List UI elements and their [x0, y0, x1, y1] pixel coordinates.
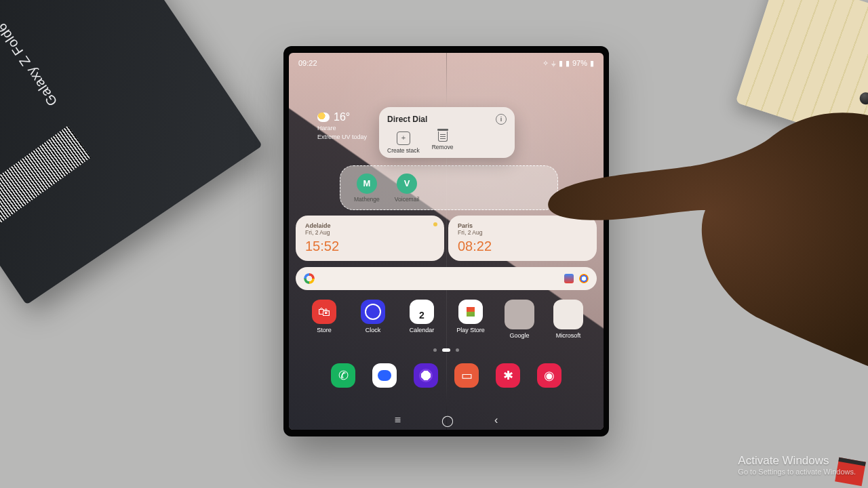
weather-detail: Extreme UV today [317, 134, 367, 141]
app-camera[interactable]: ◉ [530, 363, 568, 390]
app-row: 🛍 Store Clock 2 Calendar Play Store [289, 300, 604, 339]
world-clock-row: Adelaide Fri, 2 Aug 15:52 Paris Fri, 2 A… [296, 216, 597, 261]
app-calendar[interactable]: 2 Calendar [403, 300, 441, 339]
voice-search-icon[interactable] [564, 274, 574, 283]
create-stack-label: Create stack [387, 147, 420, 154]
navigation-bar [289, 414, 604, 427]
device-bezel: 09:22 ✧ ⏚ ▮ ▮ 97% ▮ 16° Harare Extreme U… [289, 53, 604, 430]
contact-name: Mathenge [354, 196, 380, 203]
world-clock-widget[interactable]: Paris Fri, 2 Aug 08:22 [448, 216, 597, 261]
browser-icon [414, 363, 438, 388]
clock-time: 08:22 [458, 239, 587, 254]
calendar-day: 2 [419, 306, 425, 324]
status-icons: ✧ ⏚ ▮ ▮ 97% ▮ [542, 59, 594, 68]
contact-shortcut[interactable]: V Voicemail [395, 174, 419, 203]
camera-icon: ◉ [537, 363, 561, 388]
google-logo-icon [304, 273, 315, 284]
clock-city: Paris [458, 222, 587, 229]
barcode-sticker [0, 125, 91, 229]
signal-icon: ▮ [559, 59, 563, 68]
trash-icon [438, 131, 448, 142]
weather-widget[interactable]: 16° Harare Extreme UV today [317, 111, 367, 141]
watermark-title: Activate Windows [738, 454, 856, 468]
remove-button[interactable]: Remove [432, 131, 454, 154]
status-time: 09:22 [298, 59, 317, 67]
calendar-icon: 2 [410, 300, 434, 324]
contact-shortcut[interactable]: M Mathenge [354, 174, 380, 203]
device-frame: 09:22 ✧ ⏚ ▮ ▮ 97% ▮ 16° Harare Extreme U… [283, 46, 609, 436]
screw [858, 91, 868, 106]
product-box: Galaxy Z Fold6 [0, 0, 262, 305]
popup-title: Direct Dial [387, 115, 427, 124]
folder-microsoft[interactable]: Microsoft [549, 300, 587, 339]
phone-icon: ✆ [331, 363, 355, 388]
app-notes[interactable]: ▭ [448, 363, 486, 390]
weather-city: Harare [317, 125, 367, 132]
app-phone[interactable]: ✆ [324, 363, 362, 390]
app-label: Calendar [410, 327, 435, 333]
app-label: Clock [366, 327, 381, 333]
page-indicator[interactable] [289, 348, 604, 352]
folder-icon [505, 300, 534, 329]
nav-recents[interactable] [395, 414, 401, 427]
widget-edit-popup: Direct Dial i Create stack Remove [379, 107, 515, 158]
folder-icon [553, 300, 583, 329]
contact-name: Voicemail [395, 196, 419, 203]
sun-icon [433, 222, 437, 226]
info-icon[interactable]: i [496, 114, 507, 125]
app-label: Store [317, 327, 332, 333]
watermark-sub: Go to Settings to activate Windows. [738, 468, 856, 476]
app-label: Microsoft [556, 332, 581, 339]
play-store-icon [458, 300, 483, 324]
wooden-prop [735, 0, 868, 148]
remove-label: Remove [432, 144, 454, 150]
clock-city: Adelaide [305, 222, 435, 229]
weather-temp: 16° [334, 111, 350, 123]
app-messages[interactable] [366, 363, 403, 390]
app-gallery[interactable]: ✱ [489, 363, 527, 390]
create-stack-button[interactable]: Create stack [387, 131, 420, 154]
direct-dial-widget[interactable]: M Mathenge V Voicemail [340, 165, 558, 210]
signal-icon-2: ▮ [566, 59, 570, 68]
app-label: Play Store [456, 327, 485, 333]
google-lens-icon[interactable] [579, 274, 589, 283]
avatar: V [397, 174, 417, 194]
app-store[interactable]: 🛍 Store [305, 300, 343, 339]
google-search-bar[interactable] [296, 267, 597, 290]
battery-icon: ▮ [590, 59, 594, 68]
folder-google[interactable]: Google [500, 300, 538, 339]
nav-back[interactable] [494, 414, 498, 427]
battery-text: 97% [572, 59, 587, 67]
weather-icon [317, 113, 330, 122]
home-screen[interactable]: 09:22 ✧ ⏚ ▮ ▮ 97% ▮ 16° Harare Extreme U… [289, 53, 604, 430]
plus-icon [397, 131, 410, 145]
avatar: M [357, 174, 377, 194]
clock-icon [361, 300, 385, 324]
dock-row: ✆ ▭ ✱ ◉ [289, 363, 604, 390]
product-box-label: Galaxy Z Fold6 [0, 20, 60, 109]
world-clock-widget[interactable]: Adelaide Fri, 2 Aug 15:52 [296, 216, 444, 261]
status-bar: 09:22 ✧ ⏚ ▮ ▮ 97% ▮ [289, 56, 604, 70]
clock-date: Fri, 2 Aug [458, 229, 587, 236]
vibrate-icon: ✧ [542, 59, 549, 68]
store-icon: 🛍 [312, 300, 336, 324]
wifi-icon: ⏚ [551, 59, 556, 67]
flower-icon: ✱ [496, 363, 520, 388]
app-browser[interactable] [407, 363, 445, 390]
nav-home[interactable] [441, 414, 454, 427]
windows-activation-watermark: Activate Windows Go to Settings to activ… [738, 454, 856, 476]
app-label: Google [509, 332, 529, 339]
app-clock[interactable]: Clock [354, 300, 392, 339]
app-play-store[interactable]: Play Store [452, 300, 490, 339]
notes-icon: ▭ [454, 363, 479, 388]
clock-time: 15:52 [305, 239, 435, 254]
messages-icon [372, 363, 397, 388]
clock-date: Fri, 2 Aug [305, 229, 435, 236]
